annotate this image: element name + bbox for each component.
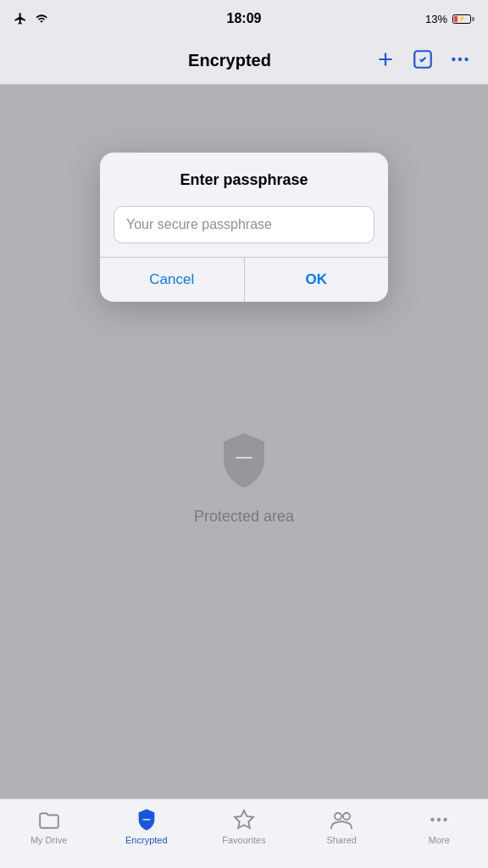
svg-point-7: [335, 813, 341, 820]
wifi-icon: [34, 13, 49, 25]
plus-icon: [374, 48, 396, 70]
svg-point-1: [452, 58, 455, 61]
svg-point-11: [444, 818, 447, 821]
tab-item-my-drive[interactable]: My Drive: [0, 808, 97, 845]
dialog-title-area: Enter passphrase: [100, 153, 388, 198]
tab-item-shared[interactable]: Shared: [293, 808, 391, 845]
airplane-icon: [14, 12, 27, 25]
tab-item-encrypted[interactable]: Encrypted: [97, 808, 195, 845]
dialog-buttons: Cancel OK: [100, 258, 388, 302]
tab-label-favourites: Favourites: [222, 835, 265, 845]
tab-label-more: More: [429, 835, 450, 845]
status-time: 18:09: [227, 11, 262, 26]
check-square-icon: [412, 48, 434, 70]
nav-actions: [374, 48, 471, 73]
nav-bar: Encrypted: [0, 37, 488, 85]
passphrase-input[interactable]: [114, 206, 374, 243]
check-square-button[interactable]: [412, 48, 434, 73]
encrypted-shield-icon: [135, 808, 158, 832]
star-icon: [232, 808, 256, 832]
svg-point-3: [464, 58, 468, 61]
svg-point-2: [458, 58, 462, 61]
shared-icon: [330, 808, 353, 832]
status-left: [14, 12, 49, 25]
battery-icon: ⚡: [452, 14, 474, 24]
battery-percent: 13%: [425, 13, 447, 25]
svg-marker-6: [235, 810, 253, 828]
add-button[interactable]: [374, 48, 396, 73]
dialog-title: Enter passphrase: [117, 171, 371, 189]
folder-icon: [37, 808, 61, 832]
status-right: 13% ⚡: [425, 13, 474, 25]
more-icon: [427, 808, 451, 832]
tab-item-favourites[interactable]: Favourites: [195, 808, 292, 845]
dialog-input-area: [100, 198, 388, 257]
main-content: Enter passphrase Cancel OK Protected are…: [0, 85, 488, 798]
more-button[interactable]: [449, 48, 471, 73]
dialog-overlay: Enter passphrase Cancel OK: [0, 85, 488, 798]
tab-bar: My Drive Encrypted Favourites: [0, 798, 488, 868]
passphrase-dialog: Enter passphrase Cancel OK: [100, 153, 388, 302]
status-bar: 18:09 13% ⚡: [0, 0, 488, 37]
svg-rect-5: [142, 819, 150, 820]
more-dots-icon: [449, 48, 471, 70]
svg-point-9: [431, 818, 435, 821]
svg-point-8: [343, 813, 350, 820]
ok-button[interactable]: OK: [245, 258, 389, 302]
tab-item-more[interactable]: More: [391, 808, 488, 845]
page-title: Encrypted: [85, 51, 374, 70]
tab-label-encrypted: Encrypted: [125, 835, 168, 845]
tab-label-shared: Shared: [326, 835, 356, 845]
svg-point-10: [437, 818, 441, 821]
cancel-button[interactable]: Cancel: [100, 258, 245, 302]
tab-label-my-drive: My Drive: [30, 835, 67, 845]
